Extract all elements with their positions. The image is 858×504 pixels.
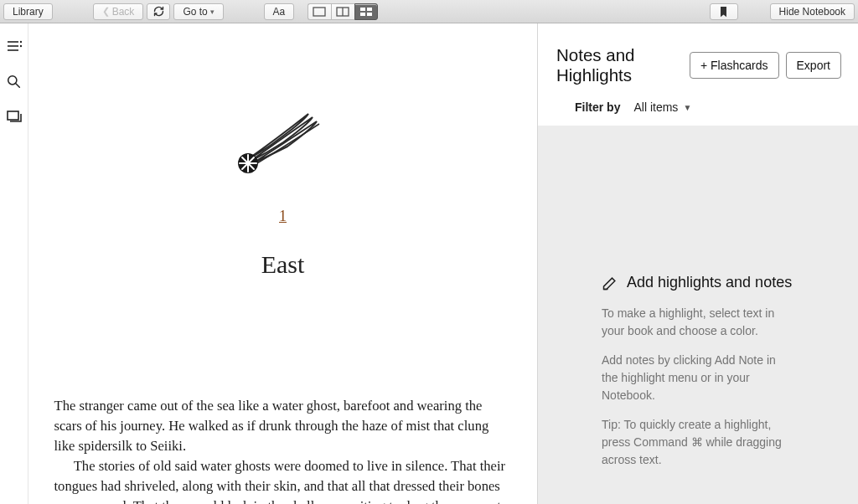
svg-point-10 [19, 41, 21, 43]
flashcards-button[interactable]: + Flashcards [690, 52, 779, 79]
view-scroll-button[interactable] [354, 3, 378, 20]
scroll-view-icon [359, 7, 373, 17]
help-text: Add notes by clicking Add Note in the hi… [602, 352, 794, 404]
font-button[interactable]: Aa [264, 3, 294, 20]
svg-rect-0 [313, 8, 325, 16]
notebook-filter-row: Filter by All items ▼ [538, 92, 858, 126]
search-button[interactable] [7, 74, 22, 89]
chapter-number: 1 [54, 208, 512, 225]
help-text: Tip: To quickly create a highlight, pres… [602, 416, 794, 469]
main-layout: 1 East The stranger came out of the sea … [0, 23, 858, 504]
svg-rect-5 [360, 13, 365, 16]
svg-rect-4 [367, 8, 372, 11]
toc-button[interactable] [7, 39, 22, 54]
goto-label: Go to [183, 6, 207, 18]
back-label: Back [112, 6, 135, 18]
chapter-title: East [54, 250, 512, 279]
filter-label: Filter by [575, 100, 620, 114]
page-content: 1 East The stranger came out of the sea … [44, 23, 522, 504]
pencil-icon [602, 275, 618, 291]
library-button[interactable]: Library [3, 3, 53, 20]
goto-button[interactable]: Go to▾ [173, 3, 223, 20]
search-icon [7, 75, 21, 89]
notebook-panel: Notes and Highlights + Flashcards Export… [537, 23, 858, 504]
help-heading-row: Add highlights and notes [602, 274, 794, 291]
view-two-column-button[interactable] [331, 3, 354, 20]
help-text: To make a highlight, select text in your… [602, 305, 794, 340]
top-toolbar: Library ❮Back Go to▾ Aa Hide Notebook [0, 0, 858, 23]
chapter-illustration [54, 99, 512, 174]
chevron-down-icon: ▾ [210, 8, 214, 16]
toc-icon [7, 40, 22, 52]
sync-icon [152, 5, 165, 18]
filter-value: All items [633, 100, 678, 114]
sync-button[interactable] [147, 3, 170, 20]
svg-point-12 [8, 75, 17, 84]
notebook-help: Add highlights and notes To make a highl… [555, 274, 841, 487]
chevron-down-icon: ▼ [683, 103, 691, 112]
svg-point-11 [19, 45, 21, 47]
two-column-icon [336, 7, 349, 17]
svg-rect-14 [8, 111, 18, 120]
view-single-button[interactable] [308, 3, 331, 20]
svg-rect-6 [367, 13, 372, 16]
comet-icon [233, 99, 333, 174]
notebook-title: Notes and Highlights [556, 45, 683, 85]
bookmark-button[interactable] [710, 3, 738, 20]
notebook-body: Add highlights and notes To make a highl… [538, 126, 858, 504]
export-button[interactable]: Export [786, 52, 841, 79]
cards-button[interactable] [7, 109, 22, 124]
single-page-icon [313, 7, 326, 17]
left-sidebar [0, 23, 28, 504]
paragraph[interactable]: The stories of old said water ghosts wer… [54, 456, 512, 504]
reader-pane[interactable]: 1 East The stranger came out of the sea … [28, 23, 537, 504]
svg-rect-3 [360, 8, 365, 11]
svg-line-13 [16, 84, 19, 87]
body-text[interactable]: The stranger came out of the sea like a … [54, 396, 512, 504]
notebook-header: Notes and Highlights + Flashcards Export [538, 23, 858, 92]
hide-notebook-button[interactable]: Hide Notebook [770, 3, 855, 20]
paragraph[interactable]: The stranger came out of the sea like a … [54, 396, 512, 456]
back-button[interactable]: ❮Back [93, 3, 144, 20]
bookmark-icon [719, 6, 728, 18]
view-mode-segment [308, 3, 378, 20]
cards-icon [7, 111, 22, 123]
filter-dropdown[interactable]: All items ▼ [633, 100, 691, 114]
help-heading: Add highlights and notes [627, 274, 792, 291]
